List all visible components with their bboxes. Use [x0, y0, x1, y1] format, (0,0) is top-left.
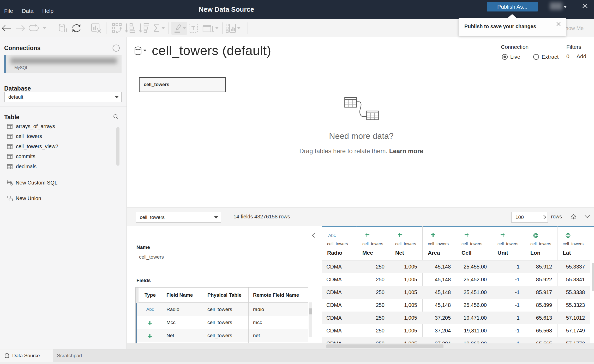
show-me-caret-icon[interactable] — [237, 19, 241, 37]
learn-more-link[interactable]: Learn more — [389, 147, 423, 154]
add-connection-icon[interactable] — [112, 44, 120, 52]
grid-cell: 45,148 — [422, 286, 451, 299]
datasource-caret-icon[interactable] — [143, 50, 147, 52]
extract-radio-label: Extract — [542, 54, 559, 60]
metadata-name-underline — [136, 263, 313, 263]
fields-col-header: Type — [139, 288, 162, 303]
highlight-icon[interactable] — [173, 19, 182, 37]
remote-field-cell: net — [253, 329, 260, 342]
grid-col-header-Cell[interactable]: cell_towersCell — [456, 227, 492, 260]
sort-ascending-icon[interactable] — [125, 19, 135, 37]
publish-as-button[interactable]: Publish As... — [487, 2, 538, 11]
swap-rows-columns-icon[interactable] — [112, 19, 123, 37]
pause-updates-icon[interactable] — [58, 19, 68, 37]
grid-col-header-Unit[interactable]: cell_towersUnit — [492, 227, 525, 260]
preview-table-select[interactable]: cell_towers — [136, 212, 221, 223]
connection-item[interactable]: MySQL — [4, 55, 122, 73]
sort-descending-icon[interactable] — [139, 19, 149, 37]
show-me-icon[interactable] — [225, 19, 236, 37]
totals-caret-icon[interactable] — [161, 19, 165, 37]
close-window-icon[interactable] — [582, 3, 588, 8]
preview-collapse-chevron-icon[interactable] — [584, 215, 590, 218]
undo-icon[interactable] — [2, 19, 11, 37]
table-list-scrollbar[interactable] — [116, 127, 119, 166]
grid-col-header-Mcc[interactable]: cell_towersMcc — [357, 227, 390, 260]
new-custom-sql[interactable]: New Custom SQL — [7, 177, 57, 188]
field-name-cell: Radio — [166, 303, 179, 316]
fit-width-icon[interactable] — [202, 19, 214, 37]
grid-cell: 1,005 — [390, 337, 417, 344]
grid-cell: -1 — [492, 273, 520, 286]
grid-horizontal-scrollbar[interactable] — [127, 343, 594, 349]
sidebar-divider — [0, 106, 127, 106]
menu-data[interactable]: Data — [22, 1, 33, 21]
table-list-item-cell_towers[interactable]: cell_towers — [7, 132, 42, 141]
menu-file[interactable]: File — [4, 1, 13, 21]
menu-help[interactable]: Help — [42, 1, 53, 21]
grid-col-name: Lat — [563, 250, 571, 256]
grid-row: CDMA2501,00537,20419,863.00-165.56557.17… — [322, 337, 590, 344]
tab-scratchpad[interactable]: Scratchpad — [57, 349, 82, 362]
status-bar: Data Source Scratchpad — [0, 349, 594, 362]
grid-cell: 1,005 — [390, 286, 417, 299]
rows-apply-arrow-icon[interactable] — [540, 215, 547, 219]
grid-col-header-Radio[interactable]: Abccell_towersRadio — [322, 227, 357, 260]
publish-tooltip-close-icon[interactable] — [556, 22, 561, 26]
grid-col-header-Area[interactable]: cell_towersArea — [422, 227, 456, 260]
table-search-icon[interactable] — [113, 114, 118, 119]
fit-width-caret-icon[interactable] — [215, 19, 219, 37]
grid-col-header-Lat[interactable]: cell_towersLat — [557, 227, 590, 260]
grid-col-name: Lon — [530, 250, 540, 256]
fields-scroll-thumb[interactable] — [309, 308, 312, 314]
totals-icon[interactable] — [152, 19, 161, 37]
live-radio-icon[interactable] — [502, 54, 508, 60]
geo-type-icon — [566, 233, 571, 238]
datasource-title: cell_towers (default) — [152, 44, 271, 57]
grid-cell: 250 — [357, 273, 385, 286]
grid-vertical-scrollbar[interactable] — [590, 261, 594, 344]
empty-state-subtitle: Drag tables here to relate them. Learn m… — [257, 147, 466, 155]
metadata-name-value[interactable]: cell_towers — [139, 254, 164, 260]
tab-data-source[interactable]: Data Source — [0, 349, 53, 362]
replay-caret-icon[interactable] — [42, 19, 46, 37]
rows-count-input[interactable]: 100 — [511, 212, 548, 223]
connection-extract-radio[interactable]: Extract — [533, 54, 559, 60]
table-icon — [7, 164, 13, 169]
preview-settings-gear-icon[interactable] — [571, 214, 577, 220]
datasource-db-icon[interactable] — [134, 46, 142, 55]
grid-cell: 85.912 — [525, 260, 552, 273]
new-union[interactable]: New Union — [7, 193, 41, 204]
replay-icon[interactable] — [28, 19, 40, 37]
text-label-icon[interactable] — [188, 19, 198, 37]
horizontal-scroll-thumb[interactable] — [326, 344, 443, 348]
connection-live-radio[interactable]: Live — [502, 54, 520, 60]
grid-col-header-Net[interactable]: cell_towersNet — [390, 227, 422, 260]
table-node-cell-towers[interactable]: cell_towers — [139, 77, 226, 92]
table-list-item-arrays_of_arrays[interactable]: arrays_of_arrays — [7, 121, 55, 131]
metadata-collapse-icon[interactable] — [311, 233, 315, 238]
vertical-scroll-thumb[interactable] — [592, 263, 594, 291]
extract-radio-icon[interactable] — [533, 54, 539, 60]
database-select[interactable]: default — [4, 92, 122, 102]
filters-add-button[interactable]: Add — [577, 53, 586, 59]
fields-rows-summary: 14 fields 43276158 rows — [233, 207, 290, 226]
redo-icon[interactable] — [15, 19, 25, 37]
user-menu-caret-icon[interactable] — [563, 5, 567, 8]
table-list-item-cell_towers_view2[interactable]: cell_towers_view2 — [7, 141, 58, 151]
grid-cell: 65.565 — [525, 337, 552, 344]
grid-row: CDMA2501,00545,14825,456.00-185.89955.33… — [322, 299, 590, 312]
rows-label: rows — [551, 207, 562, 226]
refresh-icon[interactable] — [71, 19, 82, 37]
user-name-blurred[interactable] — [550, 2, 562, 10]
table-list-item-decimals[interactable]: decimals — [7, 162, 37, 171]
string-type-icon: Abc — [328, 233, 336, 238]
table-list-item-commits[interactable]: commits — [7, 152, 35, 162]
clear-sheet-icon[interactable] — [91, 19, 102, 37]
fields-table-scrollbar[interactable] — [309, 302, 312, 337]
highlight-caret-icon[interactable] — [182, 19, 186, 37]
new-union-icon — [7, 196, 13, 201]
grid-col-header-Lon[interactable]: cell_towersLon — [525, 227, 557, 260]
topbar-separator — [545, 2, 545, 16]
grid-cell: CDMA — [326, 337, 357, 344]
grid-cell: CDMA — [326, 273, 357, 286]
